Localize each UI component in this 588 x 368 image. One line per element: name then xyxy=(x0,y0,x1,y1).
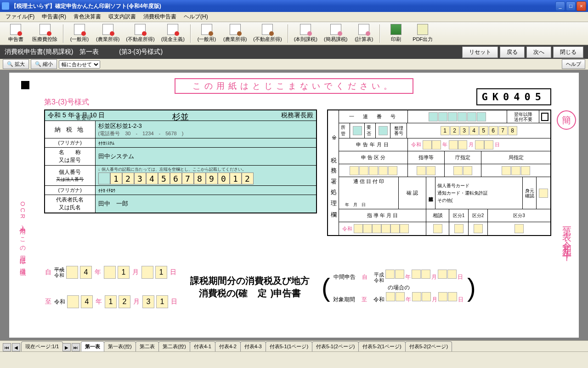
tab-nav-first[interactable]: ⏮ xyxy=(3,343,11,351)
tab-nav-prev[interactable]: ◀ xyxy=(12,343,20,351)
mynumber-digit[interactable]: 0 xyxy=(218,172,230,184)
section-title: 消費税申告書(簡易課税) 第一表 (第3-(3)号様式) xyxy=(5,48,462,56)
form-paper: この用紙はとじこまないでください。 GK0405 第3-(3)号様式 簡 OCR… xyxy=(9,73,579,338)
form-icon xyxy=(330,24,341,35)
tbtn-keisan[interactable]: (計算表) xyxy=(351,23,377,44)
notice-text: この用紙はとじこまないでください。 xyxy=(175,78,413,94)
form-icon xyxy=(167,24,178,35)
bracket-right-icon: ) xyxy=(467,272,476,302)
tab-current-page[interactable]: 現在ページ:1/1 xyxy=(21,341,63,351)
mynumber-digit[interactable]: 1 xyxy=(230,172,242,184)
seiri-digit[interactable]: 1 xyxy=(441,126,450,135)
period-title: 課税期間分の消費税及び地方 消費税の(確 定)申告書 xyxy=(190,275,310,299)
mynumber-digit[interactable]: 8 xyxy=(194,172,206,184)
form-icon xyxy=(300,24,311,35)
seiri-digit[interactable]: 8 xyxy=(508,126,517,135)
tbtn-honsoku[interactable]: (本則課税) xyxy=(291,23,320,44)
address-label: 納 税 地 xyxy=(45,121,95,138)
menu-consumption[interactable]: 消費税申告書 xyxy=(140,12,180,22)
tbtn-shinkoku[interactable]: 申告書 xyxy=(3,23,28,44)
mynumber-digit[interactable]: 5 xyxy=(158,172,170,184)
form-code: GK0405 xyxy=(476,88,551,105)
tbtn-nougyo2[interactable]: (農業所得) xyxy=(220,23,249,44)
office-side-label: ※ 税 務 署 処 理 欄 xyxy=(328,110,339,235)
mynumber-digit[interactable]: 1 xyxy=(110,172,122,184)
pdf-icon xyxy=(417,24,428,35)
zoombar: 🔍 拡大 🔍 縮小 幅に合わせて ヘルプ xyxy=(0,59,588,70)
form-icon xyxy=(230,24,241,35)
form-canvas[interactable]: この用紙はとじこまないでください。 GK0405 第3-(3)号様式 簡 OCR… xyxy=(0,70,588,340)
seiri-digit[interactable]: 2 xyxy=(450,126,459,135)
mynumber-digit[interactable] xyxy=(98,172,110,184)
seiri-digit[interactable]: 5 xyxy=(479,126,488,135)
tbtn-kani[interactable]: (簡易課税) xyxy=(321,23,350,44)
menu-blue[interactable]: 青色決算書 xyxy=(70,12,105,22)
tbtn-fudosan1[interactable]: (不動産所得) xyxy=(123,23,157,44)
next-button[interactable]: 次へ xyxy=(526,46,551,58)
office-table: ※ 税 務 署 処 理 欄 一 連 番 号 翌年以降 送付不要 所管 要否 整理… xyxy=(327,109,551,236)
zoomout-button[interactable]: 🔍 縮小 xyxy=(31,59,57,69)
side-right-label: 第一表 令和元年十 xyxy=(561,220,573,247)
form-icon xyxy=(358,24,369,35)
separator xyxy=(190,24,191,43)
toolbar: 申告書 医療費控除 (一般用) (農業所得) (不動産所得) (現金主義) (一… xyxy=(0,22,588,45)
alignment-mark xyxy=(21,81,29,89)
form-tab[interactable]: 付表5-1(1ページ) xyxy=(266,341,312,351)
form-tab[interactable]: 第二表(控) xyxy=(158,341,190,351)
tbtn-nougyo1[interactable]: (農業所得) xyxy=(93,23,122,44)
close-form-button[interactable]: 閉じる xyxy=(553,46,583,58)
menu-return[interactable]: 申告書(R) xyxy=(38,12,70,22)
form-icon xyxy=(201,24,212,35)
tbtn-pdf[interactable]: PDF出力 xyxy=(410,23,435,44)
zoom-select[interactable]: 幅に合わせて xyxy=(59,60,100,69)
separator xyxy=(63,24,64,43)
titlebar: 【税理士いらず】確定申告かんたん印刷ソフト(令和4年度版) _ □ × xyxy=(0,0,588,12)
tbtn-ippan2[interactable]: (一般用) xyxy=(194,23,220,44)
form-tab[interactable]: 第二表 xyxy=(136,341,159,351)
form-tab[interactable]: 付表4-3 xyxy=(240,341,266,351)
menubar: ファイル(F) 申告書(R) 青色決算書 収支内訳書 消費税申告書 ヘルプ(H) xyxy=(0,12,588,22)
form-tab[interactable]: 付表4-1 xyxy=(190,341,215,351)
mynumber-digit[interactable]: 2 xyxy=(242,172,254,184)
tbtn-iryou[interactable]: 医療費控除 xyxy=(29,23,60,44)
form-tab[interactable]: 付表5-2(1ページ) xyxy=(358,341,405,351)
zoomin-button[interactable]: 🔍 拡大 xyxy=(3,59,29,69)
tbtn-fudosan2[interactable]: (不動産所得) xyxy=(250,23,284,44)
tbtn-print[interactable]: 印刷 xyxy=(383,23,409,44)
seiri-digit[interactable]: 6 xyxy=(489,126,498,135)
menu-income[interactable]: 収支内訳書 xyxy=(105,12,140,22)
mynumber-digit[interactable]: 7 xyxy=(182,172,194,184)
mynumber-digit[interactable]: 6 xyxy=(170,172,182,184)
seiri-digit[interactable]: 7 xyxy=(498,126,508,135)
help-button[interactable]: ヘルプ xyxy=(562,59,585,69)
tab-nav-last[interactable]: ⏭ xyxy=(72,343,80,351)
back-button[interactable]: 戻る xyxy=(500,46,525,58)
seiri-digit[interactable]: 3 xyxy=(460,126,469,135)
tbtn-ippan1[interactable]: (一般用) xyxy=(67,23,92,44)
mynumber-digit[interactable]: 9 xyxy=(206,172,218,184)
form-icon xyxy=(102,24,113,35)
tbtn-genkin[interactable]: (現金主義) xyxy=(158,23,187,44)
reset-button[interactable]: リセット xyxy=(462,46,498,58)
period-section: 自 平成令和 4年 1月 1日 至 令和 4年 12月 31日 課税期間分の消費… xyxy=(44,266,549,308)
form-tab[interactable]: 付表5-2(2ページ) xyxy=(405,341,452,351)
maximize-button[interactable]: □ xyxy=(566,1,576,11)
mynumber-digit[interactable]: 2 xyxy=(122,172,134,184)
minimize-button[interactable]: _ xyxy=(555,1,565,11)
form-number: 第3-(3)号様式 xyxy=(44,98,89,107)
form-tab[interactable]: 付表4-2 xyxy=(215,341,241,351)
mynumber-digit[interactable]: 4 xyxy=(146,172,158,184)
seiri-digit[interactable]: 4 xyxy=(469,126,479,135)
menu-file[interactable]: ファイル(F) xyxy=(2,12,38,22)
section-header: 消費税申告書(簡易課税) 第一表 (第3-(3)号様式) リセット 戻る 次へ … xyxy=(0,45,588,59)
form-tab[interactable]: 付表5-1(2ページ) xyxy=(312,341,359,351)
printer-icon xyxy=(390,24,401,35)
tab-nav-next[interactable]: ▶ xyxy=(62,343,71,351)
close-button[interactable]: × xyxy=(577,1,586,11)
address-value[interactable]: 杉並区杉並1-2-3 (電話番号 30 - 1234 - 5678 ) xyxy=(95,121,317,138)
mynumber-cells: 123456789012 xyxy=(98,172,314,184)
mynumber-digit[interactable]: 3 xyxy=(134,172,146,184)
menu-help[interactable]: ヘルプ(H) xyxy=(180,12,212,22)
form-tab[interactable]: 第一表(控) xyxy=(104,341,136,351)
form-tab[interactable]: 第一表 xyxy=(81,341,104,351)
